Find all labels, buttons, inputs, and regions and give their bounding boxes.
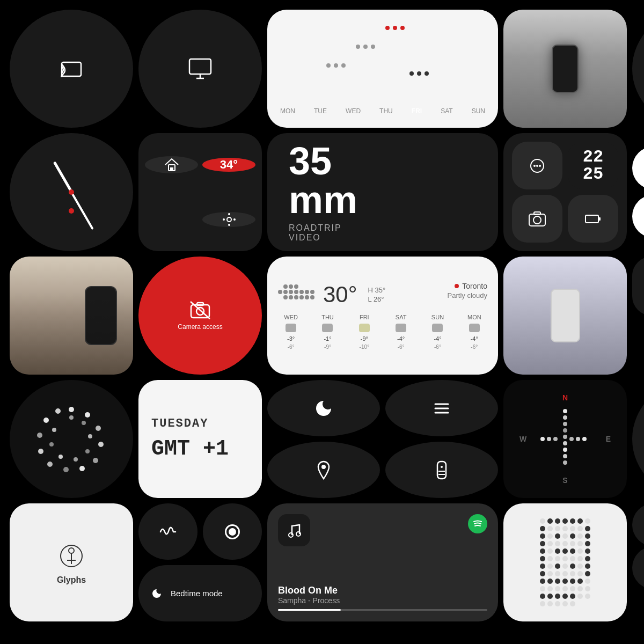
tv-remote-pill[interactable]: TV remote [632, 546, 644, 589]
phone-icon-3[interactable] [512, 195, 562, 243]
svg-point-41 [47, 462, 53, 467]
compass-s: S [562, 476, 567, 485]
photo-widget-2 [10, 257, 133, 375]
camera-dots-icon [528, 209, 547, 229]
camera-access-label: Camera access [178, 323, 222, 331]
remote-widget[interactable] [385, 442, 498, 498]
music-progress-fill [278, 609, 341, 611]
svg-point-37 [98, 442, 104, 447]
svg-point-11 [228, 224, 230, 226]
svg-point-35 [85, 412, 90, 418]
settings-circle[interactable] [202, 212, 255, 227]
weather-condition: Partly cloudy [448, 291, 487, 299]
svg-point-9 [227, 217, 231, 222]
day-fri: FRI [412, 107, 422, 115]
phone-icon-1[interactable] [512, 142, 562, 189]
glyphs-label: Glyphs [57, 575, 86, 585]
location-widget[interactable] [267, 442, 380, 498]
forecast-sun: SUN -4° -6° [425, 314, 450, 350]
home-circle[interactable] [145, 156, 198, 173]
tuesday-label: TUESDAY [151, 417, 208, 430]
photo-widget-1 [503, 10, 627, 128]
time-display-small: 22 25 [568, 142, 618, 189]
day-thu: THU [379, 107, 393, 115]
svg-point-45 [55, 408, 61, 414]
sunny-tv-col: Sunny TV remote [632, 503, 644, 621]
compass-w: W [519, 435, 526, 443]
phone-app-grid: 22 25 [503, 133, 627, 251]
day-sat: SAT [441, 107, 452, 115]
moon-widget[interactable] [267, 380, 380, 436]
svg-point-17 [539, 165, 541, 167]
auto-rotate-widget[interactable]: Auto-rotate [632, 10, 644, 128]
svg-point-59 [441, 466, 443, 468]
glyphs-icon [55, 540, 87, 572]
mobile-data-pill[interactable]: Mobile data [632, 195, 644, 238]
svg-point-82 [296, 532, 301, 536]
screen-recorder-widget[interactable]: Screen recorder [632, 380, 644, 498]
svg-point-69 [563, 454, 567, 458]
svg-point-70 [563, 460, 567, 465]
activity-icon [158, 522, 178, 541]
cast-widget[interactable] [10, 10, 133, 128]
svg-point-19 [533, 216, 541, 224]
weather-temp: 30° [323, 282, 357, 307]
settings-icon [222, 212, 237, 227]
home-icon [163, 156, 180, 173]
camera-access-widget[interactable]: Camera access [138, 257, 262, 375]
mm-subtitle: ROADTRIPVIDEO [289, 223, 342, 243]
svg-point-52 [49, 442, 54, 447]
activity-circle[interactable] [138, 503, 197, 560]
svg-point-64 [563, 422, 567, 426]
svg-rect-58 [437, 462, 446, 479]
spotify-icon[interactable] [468, 514, 487, 533]
bedtime-pill[interactable]: Bedtime mode [138, 565, 262, 621]
svg-point-16 [536, 165, 538, 167]
remote-icon [430, 458, 453, 482]
svg-point-81 [289, 533, 293, 537]
svg-point-53 [52, 428, 56, 432]
photo-widget-3 [503, 257, 627, 375]
forecast-wed: WED -3° -6° [278, 314, 304, 350]
monitor-widget[interactable] [138, 10, 262, 128]
svg-point-39 [79, 466, 85, 471]
music-note-icon [284, 521, 304, 540]
record-circle[interactable] [203, 503, 262, 560]
svg-point-68 [563, 448, 567, 452]
chart-widget: MON TUE WED THU FRI SAT SUN [267, 10, 498, 128]
col5-row3: 22 10 Auto-rotate Auto-rotate [632, 257, 644, 375]
forecast-mon: MON -4° -6° [462, 314, 487, 350]
svg-point-75 [576, 437, 580, 441]
sunny-pill[interactable]: Sunny [632, 503, 644, 546]
svg-point-13 [233, 218, 236, 221]
compass-n: N [562, 393, 568, 402]
time-22-10-widget: 22 10 [632, 257, 644, 316]
weather-city: Toronto [462, 282, 487, 290]
mm-unit: mm [289, 180, 357, 219]
forecast-sat: SAT -4° -6° [388, 314, 414, 350]
day-tue: TUE [314, 107, 327, 115]
svg-point-63 [563, 415, 567, 420]
svg-rect-2 [189, 59, 211, 74]
svg-point-40 [63, 467, 69, 472]
menu-widget[interactable] [385, 380, 498, 436]
day-wed: WED [346, 107, 361, 115]
svg-rect-8 [170, 167, 173, 171]
svg-point-73 [553, 437, 558, 441]
svg-point-43 [37, 433, 42, 438]
music-art [278, 514, 310, 546]
bluetooth-pill[interactable]: Bluetooth [632, 147, 644, 189]
svg-point-12 [223, 218, 225, 221]
svg-point-46 [69, 415, 74, 420]
glyphs-widget[interactable]: Glyphs [10, 503, 133, 621]
svg-point-42 [38, 449, 43, 454]
hour-display: 22 [583, 149, 603, 166]
svg-point-71 [540, 437, 545, 441]
compass-e: E [606, 435, 611, 443]
music-widget: Blood On Me Sampha - Process [267, 503, 498, 621]
camera-off-icon [189, 301, 211, 320]
phone-icon-4[interactable] [568, 195, 618, 243]
svg-point-62 [563, 409, 567, 413]
svg-point-44 [43, 418, 49, 423]
gmt-label: GMT +1 [151, 437, 229, 461]
